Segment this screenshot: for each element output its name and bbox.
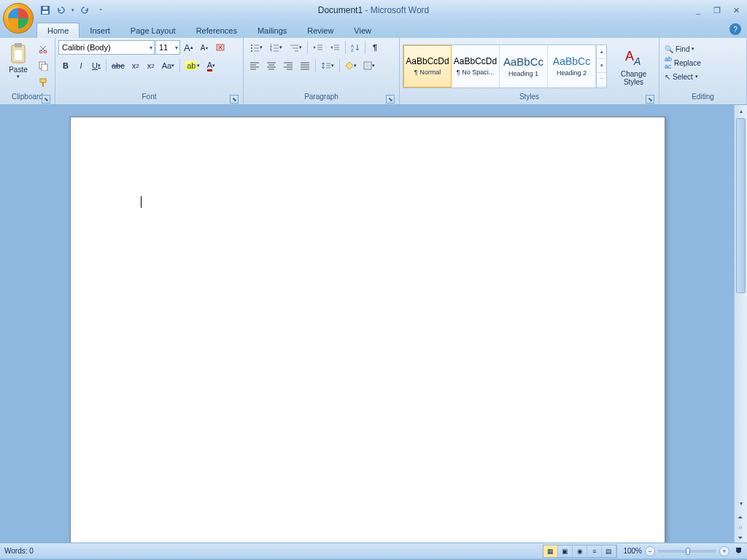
style-normal[interactable]: AaBbCcDd¶ Normal bbox=[403, 45, 452, 88]
increase-indent-button[interactable] bbox=[327, 39, 343, 55]
align-right-button[interactable] bbox=[280, 58, 296, 74]
multilevel-list-button[interactable]: ▾ bbox=[286, 39, 305, 55]
document-area[interactable]: ⊞ ▴ ▾ ⏶ ○ ⏷ bbox=[0, 105, 747, 542]
svg-rect-2 bbox=[43, 7, 47, 9]
tab-references[interactable]: References bbox=[186, 23, 247, 38]
print-layout-view[interactable]: ▦ bbox=[543, 545, 558, 557]
italic-button[interactable]: I bbox=[74, 58, 88, 74]
bullets-button[interactable]: ▾ bbox=[247, 39, 266, 55]
redo-icon[interactable] bbox=[77, 3, 92, 18]
zoom-in-button[interactable]: + bbox=[719, 546, 729, 556]
borders-button[interactable]: ▾ bbox=[360, 58, 378, 74]
shading-button[interactable]: ▾ bbox=[342, 58, 360, 74]
web-layout-view[interactable]: ◉ bbox=[573, 545, 587, 557]
svg-rect-11 bbox=[42, 82, 44, 87]
tab-view[interactable]: View bbox=[344, 23, 382, 38]
tab-insert[interactable]: Insert bbox=[80, 23, 120, 38]
browse-object-button[interactable]: ○ bbox=[735, 522, 746, 532]
style-heading-2[interactable]: AaBbCcHeading 2 bbox=[548, 45, 596, 88]
status-bar: Words: 0 ▦ ▣ ◉ ≡ ▤ 100% − + ⛊ bbox=[0, 542, 747, 559]
group-paragraph: ▾ 123▾ ▾ AZ ¶ ▾ bbox=[244, 38, 400, 104]
ribbon: Paste ▾ Clipboard⬊ Calibri (Body) 11 A▴ … bbox=[0, 38, 747, 105]
underline-button[interactable]: U▾ bbox=[89, 58, 104, 74]
outline-view[interactable]: ≡ bbox=[587, 545, 602, 557]
zoom-slider[interactable] bbox=[658, 550, 716, 553]
change-styles-icon: AA bbox=[622, 46, 646, 69]
svg-text:Z: Z bbox=[351, 48, 354, 52]
minimize-button[interactable]: _ bbox=[690, 4, 706, 16]
svg-rect-5 bbox=[14, 50, 23, 61]
change-case-button[interactable]: Aa▾ bbox=[159, 58, 177, 74]
help-button[interactable]: ? bbox=[729, 23, 741, 35]
undo-dropdown-icon[interactable]: ▾ bbox=[70, 3, 76, 18]
scroll-up-icon[interactable]: ▴ bbox=[735, 105, 747, 117]
qat-customize-icon[interactable]: ⁼ bbox=[93, 3, 108, 18]
highlight-button[interactable]: ab▾ bbox=[182, 58, 203, 74]
zoom-fit-icon[interactable]: ⛊ bbox=[735, 547, 743, 555]
cut-button[interactable] bbox=[35, 41, 51, 57]
tab-page-layout[interactable]: Page Layout bbox=[120, 23, 186, 38]
font-size-combo[interactable]: 11 bbox=[155, 40, 180, 55]
style-heading-1[interactable]: AaBbCcHeading 1 bbox=[500, 45, 548, 88]
show-hide-button[interactable]: ¶ bbox=[368, 39, 382, 55]
strikethrough-button[interactable]: abc bbox=[109, 58, 128, 74]
shrink-font-button[interactable]: A▾ bbox=[197, 39, 212, 55]
group-font: Calibri (Body) 11 A▴ A▾ B I U▾ abc x2 x2… bbox=[55, 38, 244, 104]
vertical-scrollbar[interactable]: ▴ ▾ ⏶ ○ ⏷ bbox=[734, 105, 747, 542]
replace-button[interactable]: abacReplace bbox=[662, 56, 703, 69]
text-cursor bbox=[141, 196, 142, 208]
font-name-combo[interactable]: Calibri (Body) bbox=[58, 40, 155, 55]
zoom-out-button[interactable]: − bbox=[645, 546, 655, 556]
copy-button[interactable] bbox=[35, 58, 51, 74]
select-button[interactable]: ↖Select ▾ bbox=[662, 70, 703, 83]
line-spacing-button[interactable]: ▾ bbox=[318, 58, 337, 74]
subscript-button[interactable]: x2 bbox=[128, 58, 143, 74]
close-button[interactable]: ✕ bbox=[728, 4, 744, 16]
svg-text:3: 3 bbox=[270, 49, 272, 52]
font-dialog-launcher[interactable]: ⬊ bbox=[230, 95, 239, 104]
change-styles-button[interactable]: AA Change Styles bbox=[611, 44, 656, 88]
grow-font-button[interactable]: A▴ bbox=[181, 39, 196, 55]
tab-home[interactable]: Home bbox=[36, 23, 80, 38]
full-screen-view[interactable]: ▣ bbox=[558, 545, 573, 557]
group-clipboard-label: Clipboard bbox=[12, 93, 43, 101]
font-color-button[interactable]: A▾ bbox=[204, 58, 218, 74]
svg-rect-1 bbox=[42, 11, 48, 14]
ribbon-tabs: Home Insert Page Layout References Maili… bbox=[0, 20, 747, 38]
numbering-button[interactable]: 123▾ bbox=[266, 39, 285, 55]
scroll-thumb[interactable] bbox=[736, 118, 746, 293]
tab-mailings[interactable]: Mailings bbox=[247, 23, 297, 38]
save-icon[interactable] bbox=[38, 3, 53, 18]
paste-button[interactable]: Paste ▾ bbox=[3, 39, 34, 82]
styles-dialog-launcher[interactable]: ⬊ bbox=[646, 95, 654, 104]
group-font-label: Font bbox=[142, 93, 156, 101]
align-center-button[interactable] bbox=[263, 58, 279, 74]
clipboard-dialog-launcher[interactable]: ⬊ bbox=[42, 95, 50, 104]
word-count[interactable]: Words: 0 bbox=[4, 547, 34, 555]
scroll-down-icon[interactable]: ▾ bbox=[735, 497, 747, 509]
clear-formatting-button[interactable] bbox=[212, 39, 228, 55]
format-painter-button[interactable] bbox=[35, 74, 51, 90]
paragraph-dialog-launcher[interactable]: ⬊ bbox=[386, 95, 395, 104]
find-button[interactable]: 🔍Find ▾ bbox=[662, 42, 703, 55]
undo-icon[interactable] bbox=[54, 3, 69, 18]
previous-page-button[interactable]: ⏶ bbox=[735, 512, 746, 522]
superscript-button[interactable]: x2 bbox=[144, 58, 158, 74]
zoom-level[interactable]: 100% bbox=[623, 547, 642, 555]
bold-button[interactable]: B bbox=[58, 58, 73, 74]
align-left-button[interactable] bbox=[247, 58, 263, 74]
tab-review[interactable]: Review bbox=[297, 23, 344, 38]
decrease-indent-button[interactable] bbox=[310, 39, 326, 55]
draft-view[interactable]: ▤ bbox=[602, 545, 616, 557]
styles-gallery-scroll[interactable]: ▴▾⁼ bbox=[596, 45, 606, 88]
next-page-button[interactable]: ⏷ bbox=[735, 532, 746, 542]
justify-button[interactable] bbox=[297, 58, 313, 74]
office-button[interactable] bbox=[3, 3, 34, 34]
sort-button[interactable]: AZ bbox=[348, 39, 363, 55]
select-icon: ↖ bbox=[665, 73, 670, 81]
svg-text:A: A bbox=[625, 49, 634, 63]
group-paragraph-label: Paragraph bbox=[304, 93, 338, 101]
style-no-spacing[interactable]: AaBbCcDd¶ No Spaci... bbox=[452, 45, 500, 88]
page[interactable] bbox=[70, 117, 665, 542]
restore-button[interactable]: ❐ bbox=[709, 4, 725, 16]
